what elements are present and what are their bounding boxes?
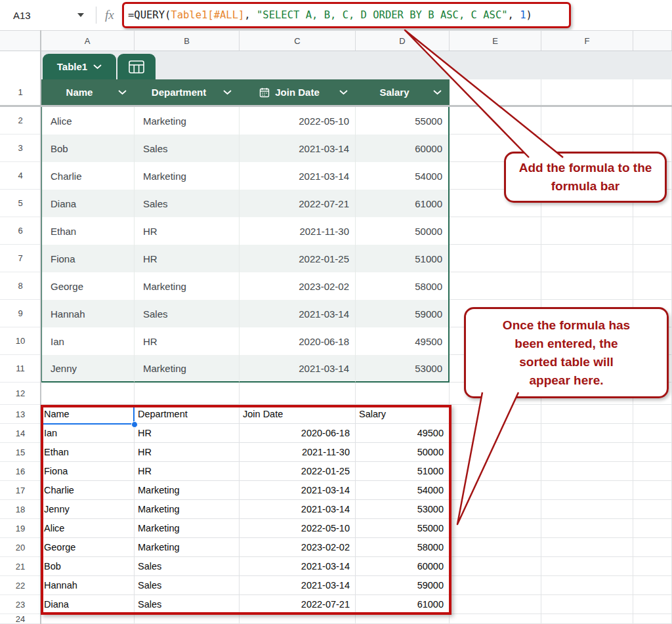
cell[interactable]: 2022-07-21 <box>240 595 356 614</box>
name-box[interactable]: A13 <box>0 0 96 30</box>
cell-a13-selected[interactable]: Name <box>41 405 135 424</box>
row-number[interactable]: 6 <box>0 217 41 245</box>
cell[interactable]: 55000 <box>356 519 450 538</box>
column-header-d[interactable]: D <box>356 31 450 51</box>
cell[interactable] <box>450 462 541 481</box>
cell[interactable]: Sales <box>135 300 240 327</box>
cell[interactable]: Marketing <box>135 500 240 519</box>
row-number[interactable]: 23 <box>0 595 41 614</box>
cell[interactable]: 2021-03-14 <box>240 500 356 519</box>
table-range-button[interactable] <box>117 54 156 79</box>
cell[interactable] <box>356 383 450 405</box>
table-header-join-date[interactable]: Join Date <box>240 79 356 105</box>
cell[interactable]: 50000 <box>356 217 450 245</box>
cell[interactable]: 61000 <box>356 595 450 614</box>
cell[interactable] <box>541 107 633 135</box>
cell[interactable]: 2022-05-10 <box>240 107 356 135</box>
cell[interactable] <box>633 481 672 500</box>
cell[interactable] <box>541 481 633 500</box>
cell[interactable]: 61000 <box>356 190 450 217</box>
cell[interactable]: Bob <box>41 135 135 162</box>
cell[interactable]: Marketing <box>135 355 240 383</box>
cell[interactable] <box>633 272 672 300</box>
cell[interactable]: 49500 <box>356 424 450 443</box>
cell[interactable] <box>450 245 541 272</box>
cell[interactable]: Sales <box>135 576 240 595</box>
fill-handle[interactable] <box>131 421 138 428</box>
cell[interactable]: 51000 <box>356 245 450 272</box>
cell[interactable]: HR <box>135 424 240 443</box>
column-header-a[interactable]: A <box>41 31 135 51</box>
cell[interactable]: Ian <box>41 424 135 443</box>
cell[interactable] <box>41 614 135 624</box>
cell[interactable]: 2022-05-10 <box>240 519 356 538</box>
cell[interactable]: Diana <box>41 595 135 614</box>
column-header-c[interactable]: C <box>240 31 356 51</box>
row-number[interactable]: 24 <box>0 614 41 624</box>
cell[interactable] <box>633 245 672 272</box>
select-all-corner[interactable] <box>0 31 41 51</box>
row-number[interactable]: 1 <box>0 79 41 105</box>
cell[interactable]: Hannah <box>41 576 135 595</box>
cell[interactable] <box>450 614 541 624</box>
cell[interactable] <box>633 500 672 519</box>
cell[interactable] <box>450 107 541 135</box>
cell[interactable] <box>240 383 356 405</box>
table-name-chip[interactable]: Table1 <box>43 54 116 79</box>
cell[interactable] <box>633 405 672 424</box>
formula-input-highlight-box[interactable]: =QUERY(Table1[#ALL], "SELECT A, B, C, D … <box>122 2 571 28</box>
cell[interactable]: 59000 <box>356 300 450 327</box>
row-number[interactable]: 13 <box>0 405 41 424</box>
cell[interactable]: Join Date <box>240 405 356 424</box>
cell[interactable] <box>633 557 672 576</box>
cell[interactable] <box>450 424 541 443</box>
cell[interactable] <box>541 272 633 300</box>
cell[interactable] <box>633 107 672 135</box>
cell[interactable] <box>240 614 356 624</box>
row-number[interactable]: 4 <box>0 162 41 190</box>
cell[interactable] <box>450 443 541 462</box>
cell[interactable]: 2021-03-14 <box>240 576 356 595</box>
cell[interactable] <box>633 519 672 538</box>
cell[interactable] <box>41 383 135 405</box>
column-header-f[interactable]: F <box>541 31 633 51</box>
cell[interactable]: 2021-11-30 <box>240 217 356 245</box>
table-header-name[interactable]: Name <box>41 79 135 105</box>
column-dropdown-icon[interactable] <box>223 90 232 95</box>
cell[interactable] <box>541 595 633 614</box>
column-dropdown-icon[interactable] <box>339 90 348 95</box>
cell[interactable] <box>541 500 633 519</box>
cell[interactable]: 2022-01-25 <box>240 245 356 272</box>
cell[interactable]: 2022-07-21 <box>240 190 356 217</box>
cell[interactable]: Hannah <box>41 300 135 327</box>
cell[interactable] <box>633 462 672 481</box>
cell[interactable] <box>541 424 633 443</box>
cell[interactable]: Ian <box>41 327 135 355</box>
cell[interactable]: Alice <box>41 519 135 538</box>
cell[interactable] <box>450 272 541 300</box>
cell[interactable]: Charlie <box>41 162 135 190</box>
cell[interactable] <box>633 217 672 245</box>
column-dropdown-icon[interactable] <box>118 90 127 95</box>
row-number[interactable]: 19 <box>0 519 41 538</box>
row-number[interactable]: 21 <box>0 557 41 576</box>
cell[interactable] <box>356 614 450 624</box>
formula-text[interactable]: =QUERY(Table1[#ALL], "SELECT A, B, C, D … <box>128 9 532 21</box>
cell[interactable]: 53000 <box>356 500 450 519</box>
cell[interactable]: Sales <box>135 595 240 614</box>
cell[interactable]: 2021-11-30 <box>240 443 356 462</box>
cell[interactable]: George <box>41 272 135 300</box>
column-dropdown-icon[interactable] <box>433 90 442 95</box>
cell[interactable]: 49500 <box>356 327 450 355</box>
cell[interactable]: 2022-01-25 <box>240 462 356 481</box>
row-number[interactable]: 11 <box>0 355 41 383</box>
cell[interactable] <box>633 576 672 595</box>
row-number[interactable]: 7 <box>0 245 41 272</box>
cell[interactable] <box>450 538 541 557</box>
cell[interactable]: Alice <box>41 107 135 135</box>
cell[interactable]: 2021-03-14 <box>240 135 356 162</box>
row-number[interactable]: 3 <box>0 135 41 162</box>
cell[interactable] <box>541 462 633 481</box>
cell[interactable]: Fiona <box>41 245 135 272</box>
cell[interactable]: HR <box>135 462 240 481</box>
